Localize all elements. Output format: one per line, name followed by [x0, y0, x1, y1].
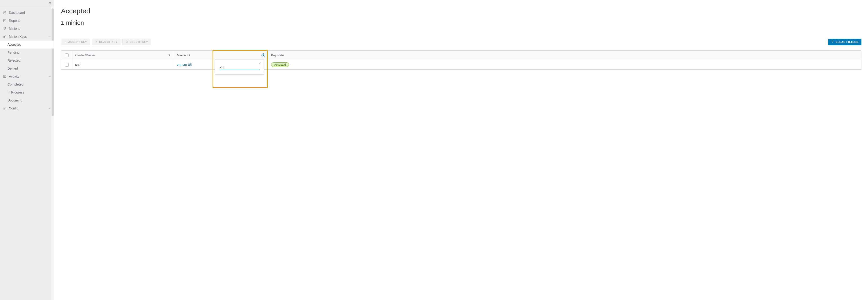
svg-point-4	[4, 29, 5, 30]
row-checkbox[interactable]	[65, 63, 69, 66]
key-icon	[3, 35, 6, 38]
main-content: Accepted 1 minion Accept key Reject key …	[54, 0, 868, 300]
button-label: Clear filters	[835, 40, 858, 43]
cell-key-state: Accepted	[268, 60, 861, 69]
sidebar-item-minions[interactable]: Minions	[0, 25, 54, 33]
filter-input[interactable]	[219, 64, 260, 70]
svg-point-7	[4, 108, 5, 109]
button-label: Delete key	[130, 40, 148, 43]
sidebar-subitem-label: In Progress	[7, 90, 24, 94]
sidebar-item-label: Minions	[9, 27, 20, 30]
filter-popover	[215, 60, 264, 74]
chevron-down-icon	[48, 35, 51, 38]
chevron-double-left-icon	[48, 1, 52, 6]
column-header-cluster[interactable]: Cluster/Master	[72, 51, 174, 60]
check-icon	[64, 40, 67, 43]
activity-icon	[3, 74, 6, 78]
sidebar-collapse-button[interactable]	[0, 0, 54, 6]
sidebar-subitem-pending[interactable]: Pending	[0, 49, 54, 57]
page-subtitle: 1 minion	[61, 19, 862, 27]
svg-point-3	[5, 27, 6, 28]
clear-filters-button[interactable]: Clear filters	[828, 39, 862, 45]
page-title: Accepted	[61, 7, 862, 15]
sidebar: Dashboard Reports Minions	[0, 0, 54, 300]
button-label: Accept key	[68, 40, 87, 43]
sidebar-item-config[interactable]: Config	[0, 104, 54, 112]
sidebar-subitem-label: Rejected	[7, 59, 21, 62]
column-header-minion-id[interactable]: Minion ID	[174, 51, 268, 60]
button-label: Reject key	[99, 40, 117, 43]
reject-key-button[interactable]: Reject key	[92, 39, 120, 45]
header-checkbox-cell	[61, 51, 72, 60]
column-label: Minion ID	[177, 54, 190, 57]
filter-active-icon[interactable]	[261, 54, 265, 57]
sidebar-item-activity[interactable]: Activity	[0, 72, 54, 80]
x-icon	[95, 40, 98, 43]
sidebar-subitem-label: Accepted	[7, 43, 21, 47]
sidebar-item-label: Activity	[9, 74, 19, 78]
sidebar-subitem-label: Denied	[7, 66, 18, 70]
sidebar-subitem-completed[interactable]: Completed	[0, 80, 54, 88]
cell-cluster: salt	[72, 60, 174, 69]
chevron-down-icon	[48, 107, 51, 110]
sidebar-subitem-upcoming[interactable]: Upcoming	[0, 96, 54, 104]
delete-key-button[interactable]: Delete key	[122, 39, 151, 45]
sidebar-subitem-label: Completed	[7, 83, 24, 86]
sidebar-subitem-rejected[interactable]: Rejected	[0, 57, 54, 64]
toolbar: Accept key Reject key Delete key Clear f…	[61, 39, 862, 45]
column-label: Key state	[271, 54, 284, 57]
sidebar-item-label: Dashboard	[9, 11, 25, 14]
gear-icon	[3, 107, 6, 110]
sidebar-item-dashboard[interactable]: Dashboard	[0, 9, 54, 17]
trash-icon	[125, 40, 128, 43]
filter-icon	[831, 40, 834, 43]
sidebar-subitem-denied[interactable]: Denied	[0, 64, 54, 72]
sidebar-subitem-accepted[interactable]: Accepted	[0, 40, 54, 49]
sidebar-subitem-in-progress[interactable]: In Progress	[0, 88, 54, 96]
gauge-icon	[3, 11, 6, 14]
sidebar-subitem-label: Upcoming	[7, 98, 22, 102]
report-icon	[3, 19, 6, 23]
sidebar-item-label: Config	[9, 107, 18, 110]
svg-point-5	[3, 36, 5, 37]
sidebar-item-minion-keys[interactable]: Minion Keys	[0, 33, 54, 40]
status-badge: Accepted	[271, 62, 289, 67]
cell-value: salt	[75, 63, 81, 66]
close-icon[interactable]	[258, 62, 261, 65]
filter-icon[interactable]	[168, 54, 171, 57]
minions-table: Cluster/Master Minion ID Key state	[61, 50, 862, 70]
sidebar-item-label: Minion Keys	[9, 35, 27, 38]
minions-icon	[3, 27, 6, 30]
chevron-down-icon	[48, 75, 51, 78]
sidebar-subitem-label: Pending	[7, 51, 20, 54]
column-header-key-state[interactable]: Key state	[268, 51, 861, 60]
sidebar-item-reports[interactable]: Reports	[0, 17, 54, 25]
table-row: salt vra-vm-05 Accepted	[61, 60, 861, 69]
sidebar-item-label: Reports	[9, 19, 21, 23]
column-label: Cluster/Master	[75, 54, 95, 57]
minion-id-link[interactable]: vra-vm-05	[177, 63, 192, 66]
select-all-checkbox[interactable]	[65, 54, 69, 57]
svg-point-2	[3, 27, 4, 28]
accept-key-button[interactable]: Accept key	[61, 39, 90, 45]
table-header-row: Cluster/Master Minion ID Key state	[61, 51, 861, 60]
